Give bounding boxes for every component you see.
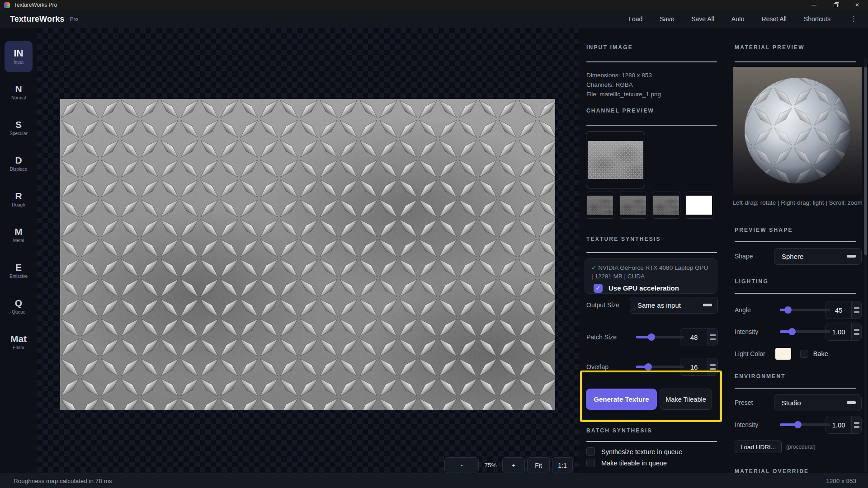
synthesize-in-queue-checkbox[interactable] bbox=[586, 447, 595, 456]
main-menu: Load Save Save All Auto Reset All Shortc… bbox=[628, 15, 860, 23]
zoom-actual-button[interactable]: 1:1 bbox=[552, 457, 573, 473]
sidebar-item-label: Emissive bbox=[9, 274, 28, 279]
env-intensity-stepper[interactable] bbox=[851, 416, 861, 433]
overlap-numbox[interactable]: 16 bbox=[680, 358, 718, 376]
sidebar-item-abbr: M bbox=[14, 227, 23, 237]
tileable-in-queue-checkbox[interactable] bbox=[586, 459, 595, 467]
slider-thumb[interactable] bbox=[784, 306, 792, 314]
dropdown-bar-icon bbox=[847, 255, 856, 258]
panel-scrollbar-thumb[interactable] bbox=[864, 67, 867, 255]
minimize-button[interactable] bbox=[803, 0, 825, 10]
patch-size-numbox[interactable]: 48 bbox=[680, 328, 718, 346]
gpu-acceleration-checkbox[interactable]: ✓ bbox=[594, 284, 603, 293]
menu-save-all[interactable]: Save All bbox=[691, 15, 714, 23]
zoom-in-button[interactable]: + bbox=[502, 457, 525, 473]
bake-checkbox[interactable] bbox=[800, 350, 808, 358]
angle-slider[interactable] bbox=[780, 309, 830, 311]
status-message: Roughness map calculated in 78 ms bbox=[14, 478, 112, 484]
env-intensity-numbox[interactable]: 1.00 bbox=[826, 416, 862, 434]
step-down-icon bbox=[854, 333, 859, 335]
patch-size-slider[interactable] bbox=[636, 336, 684, 338]
sidebar-item-specular[interactable]: S Specular bbox=[5, 112, 33, 144]
minimize-icon bbox=[811, 5, 816, 5]
channel-preview-header: CHANNEL PREVIEW bbox=[586, 108, 654, 114]
menu-auto[interactable]: Auto bbox=[731, 15, 745, 23]
close-button[interactable]: ✕ bbox=[846, 0, 868, 10]
preset-dropdown[interactable]: Studio bbox=[774, 394, 862, 411]
light-color-swatch[interactable] bbox=[775, 348, 791, 360]
slider-thumb[interactable] bbox=[645, 363, 652, 371]
slider-thumb[interactable] bbox=[788, 328, 796, 335]
patch-size-stepper[interactable] bbox=[708, 328, 717, 346]
light-intensity-slider[interactable] bbox=[780, 330, 830, 333]
light-intensity-stepper[interactable] bbox=[851, 323, 861, 340]
divider bbox=[586, 252, 717, 253]
output-size-row: Output Size Same as input bbox=[586, 296, 718, 314]
preview-shape-header: PREVIEW SHAPE bbox=[735, 227, 793, 233]
sidebar-item-label: Queue bbox=[12, 310, 25, 314]
sidebar-item-rough[interactable]: R Rough bbox=[5, 183, 33, 215]
patch-size-label: Patch Size bbox=[586, 333, 617, 341]
output-size-label: Output Size bbox=[586, 301, 619, 309]
make-tileable-button[interactable]: Make Tileable bbox=[660, 389, 712, 410]
sidebar-item-abbr: Mat bbox=[10, 334, 27, 344]
gpu-info-card: ✓NVIDIA GeForce RTX 4080 Laptop GPU | 12… bbox=[585, 258, 717, 294]
angle-numbox[interactable]: 45 bbox=[826, 301, 862, 319]
shape-dropdown[interactable]: Sphere bbox=[774, 248, 862, 265]
patch-size-row: Patch Size 48 bbox=[586, 327, 718, 347]
batch-synthesize-row: Synthesize texture in queue bbox=[586, 447, 682, 456]
overlap-slider[interactable] bbox=[636, 366, 684, 368]
sidebar-item-metal[interactable]: M Metal bbox=[5, 219, 33, 251]
env-intensity-row: Intensity 1.00 bbox=[735, 416, 862, 434]
channel-thumb-image bbox=[588, 141, 643, 179]
gpu-acceleration-row: ✓ Use GPU acceleration bbox=[594, 284, 711, 293]
load-hdri-button[interactable]: Load HDRI... bbox=[735, 441, 782, 453]
channel-thumb-g[interactable] bbox=[619, 192, 647, 219]
channel-thumb-rgb-selected[interactable] bbox=[586, 131, 645, 188]
step-up-icon bbox=[854, 307, 859, 309]
preset-label: Preset bbox=[735, 399, 753, 406]
restore-button[interactable] bbox=[825, 0, 846, 10]
light-angle-row: Angle 45 bbox=[735, 301, 862, 319]
sidebar-item-emissive[interactable]: E Emissive bbox=[5, 255, 33, 286]
sidebar-item-queue[interactable]: Q Queue bbox=[5, 291, 33, 322]
sidebar-item-abbr: IN bbox=[14, 48, 24, 58]
overflow-menu-icon[interactable]: ⋮ bbox=[848, 15, 860, 23]
slider-thumb[interactable] bbox=[648, 333, 655, 341]
channel-thumb-alpha[interactable] bbox=[685, 192, 713, 219]
menu-shortcuts[interactable]: Shortcuts bbox=[804, 15, 830, 23]
output-size-dropdown[interactable]: Same as input bbox=[630, 297, 718, 314]
slider-thumb[interactable] bbox=[794, 421, 802, 428]
sidebar-item-label: Metal bbox=[13, 238, 24, 243]
window-controls: ✕ bbox=[803, 0, 868, 10]
zoom-out-button[interactable]: - bbox=[444, 457, 479, 473]
divider bbox=[586, 61, 717, 62]
procedural-note: (procedural) bbox=[786, 444, 816, 450]
environment-header: ENVIRONMENT bbox=[735, 373, 786, 380]
menu-load[interactable]: Load bbox=[628, 15, 642, 23]
channel-thumb-image bbox=[653, 196, 679, 215]
sidebar-item-mat-editor[interactable]: Mat Editor bbox=[5, 326, 33, 358]
sidebar-item-displace[interactable]: D Displace bbox=[5, 148, 33, 179]
step-down-icon bbox=[854, 426, 859, 428]
menu-reset-all[interactable]: Reset All bbox=[762, 15, 787, 23]
sidebar-item-abbr: S bbox=[15, 120, 22, 130]
sidebar-item-input[interactable]: IN Input bbox=[5, 41, 33, 72]
zoom-fit-button[interactable]: Fit bbox=[527, 457, 550, 473]
channel-thumb-b[interactable] bbox=[652, 192, 680, 219]
channel-thumb-r[interactable] bbox=[586, 192, 614, 219]
lighting-header: LIGHTING bbox=[735, 278, 769, 285]
shape-label: Shape bbox=[735, 253, 753, 260]
channel-sidebar: IN Input N Normal S Specular D Displace … bbox=[0, 28, 37, 474]
sidebar-item-normal[interactable]: N Normal bbox=[5, 76, 33, 108]
menu-save[interactable]: Save bbox=[660, 15, 674, 23]
shape-value: Sphere bbox=[782, 253, 803, 260]
angle-stepper[interactable] bbox=[851, 301, 861, 319]
overlap-stepper[interactable] bbox=[708, 358, 717, 375]
light-color-label: Light Color bbox=[735, 350, 765, 357]
viewport-canvas[interactable]: - 75% + Fit 1:1 bbox=[37, 28, 579, 474]
material-preview-viewport[interactable] bbox=[733, 67, 862, 195]
light-intensity-numbox[interactable]: 1.00 bbox=[826, 323, 862, 341]
generate-texture-button[interactable]: Generate Texture bbox=[586, 389, 657, 410]
env-intensity-slider[interactable] bbox=[780, 423, 830, 426]
